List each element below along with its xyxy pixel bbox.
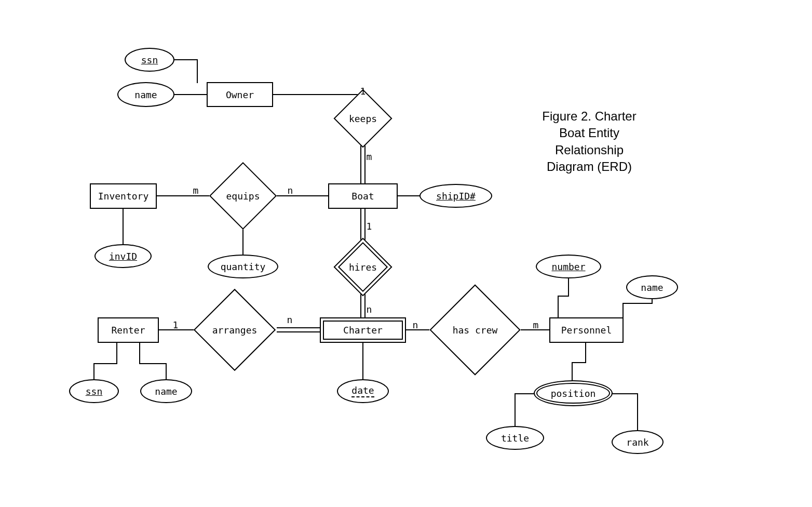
attr-position: position — [534, 380, 613, 406]
attr-owner-name: name — [117, 82, 174, 107]
card-hires-charter: n — [367, 304, 372, 315]
attr-number: number — [536, 255, 601, 278]
entity-inventory: Inventory — [90, 183, 157, 209]
card-equips-boat: n — [288, 185, 293, 196]
card-arranges-renter: 1 — [173, 319, 179, 330]
figure-caption: Figure 2. Charter Boat Entity Relationsh… — [535, 108, 644, 176]
card-hascrew-charter: n — [413, 319, 418, 330]
attr-title: title — [486, 426, 544, 450]
card-keeps-boat: m — [367, 151, 372, 162]
entity-renter: Renter — [98, 317, 159, 343]
entity-boat: Boat — [328, 183, 398, 209]
entity-personnel: Personnel — [549, 317, 624, 343]
card-keeps-owner: 1 — [360, 86, 366, 97]
card-hires-boat: 1 — [367, 221, 372, 232]
entity-owner: Owner — [207, 82, 273, 107]
erd-canvas: Owner Inventory Boat Renter Charter Pers… — [0, 0, 812, 507]
entity-charter: Charter — [320, 317, 406, 343]
attr-shipid: shipID# — [419, 184, 492, 208]
card-arranges-charter: n — [287, 314, 293, 325]
attr-date: date — [337, 379, 389, 403]
attr-renter-ssn: ssn — [69, 379, 119, 403]
attr-rank: rank — [612, 430, 664, 454]
attr-renter-name: name — [140, 379, 192, 403]
card-hascrew-personnel: m — [533, 319, 539, 330]
attr-owner-ssn: ssn — [125, 48, 174, 72]
entity-charter-inner: Charter — [323, 321, 403, 340]
card-equips-inventory: m — [193, 185, 199, 196]
attr-invid: invID — [94, 244, 152, 268]
attr-quantity: quantity — [208, 255, 278, 278]
attr-personnel-name: name — [626, 275, 678, 299]
